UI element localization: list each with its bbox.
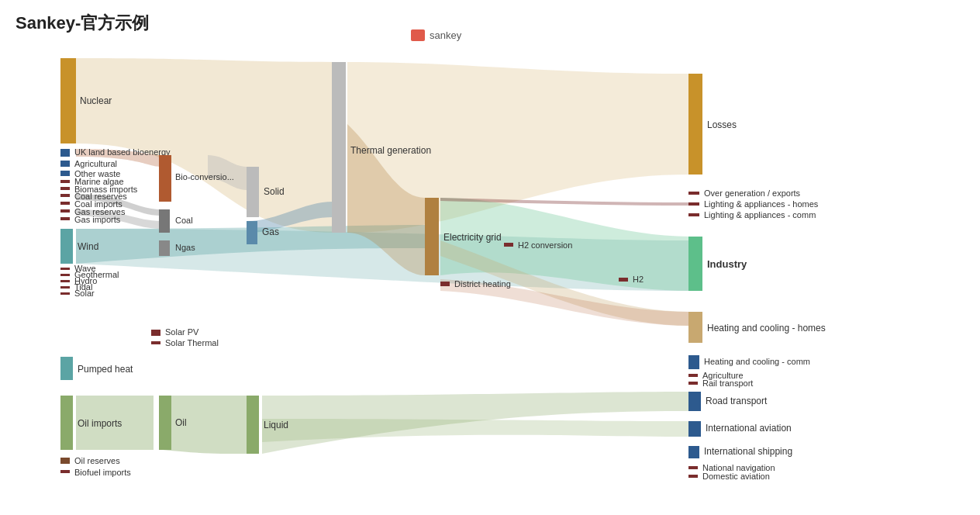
label-h2: H2 xyxy=(633,275,644,284)
label-intl-shipping: International shipping xyxy=(704,446,792,457)
label-thermal-generation: Thermal generation xyxy=(350,145,431,156)
label-wind: Wind xyxy=(78,241,98,252)
node-thermal-generation xyxy=(332,62,346,233)
legend-text: sankey xyxy=(430,29,461,41)
node-nuclear xyxy=(60,58,76,143)
sankey-chart: Nuclear UK land based bioenergy Agricult… xyxy=(0,0,980,515)
node-other-waste xyxy=(60,171,70,176)
node-agricultural xyxy=(60,161,70,167)
label-coal-mid: Coal xyxy=(175,216,193,225)
node-marine-algae xyxy=(60,180,70,183)
label-bio-conversion: Bio-conversio... xyxy=(175,172,234,181)
label-solar-thermal: Solar Thermal xyxy=(165,338,219,347)
node-geothermal xyxy=(60,274,70,276)
legend-color-box xyxy=(411,30,425,41)
label-oil-reserves: Oil reserves xyxy=(74,456,120,465)
node-agriculture xyxy=(688,374,698,377)
label-over-gen: Over generation / exports xyxy=(704,188,801,198)
label-solar: Solar xyxy=(74,289,95,298)
label-lighting-comm: Lighting & appliances - comm xyxy=(704,210,816,219)
label-oil-mid: Oil xyxy=(175,417,187,428)
node-uk-bioenergy xyxy=(60,149,70,157)
label-uk-bioenergy: UK land based bioenergy xyxy=(74,147,171,157)
label-heating-homes: Heating and cooling - homes xyxy=(707,323,826,334)
node-electricity-grid xyxy=(425,198,439,275)
node-wave xyxy=(60,268,70,270)
node-biomass-imports xyxy=(60,187,70,190)
node-dom-aviation xyxy=(688,475,698,478)
node-solar-pv xyxy=(151,330,160,336)
node-intl-shipping xyxy=(688,446,699,458)
label-industry: Industry xyxy=(707,258,747,270)
label-biofuel-imports: Biofuel imports xyxy=(74,468,131,477)
node-ngas xyxy=(159,240,170,256)
node-bio-conversion xyxy=(159,155,171,202)
node-biofuel-imports xyxy=(60,470,70,473)
node-h2 xyxy=(619,278,628,282)
label-h2-conversion: H2 conversion xyxy=(518,240,572,250)
node-over-gen xyxy=(688,192,699,195)
label-gas-imports: Gas imports xyxy=(74,215,121,224)
label-gas-mid2: Gas xyxy=(262,226,279,237)
node-rail xyxy=(688,382,698,385)
label-ngas: Ngas xyxy=(175,243,195,252)
label-dom-aviation: Domestic aviation xyxy=(702,472,770,481)
node-coal-imports xyxy=(60,202,70,205)
legend-overlay: sankey xyxy=(411,29,461,41)
node-gas-reserves xyxy=(60,209,70,213)
label-district-heating: District heating xyxy=(454,279,511,289)
node-losses xyxy=(688,74,702,175)
node-oil-imports xyxy=(60,396,73,450)
node-intl-aviation xyxy=(688,421,701,437)
node-coal-reserves xyxy=(60,194,70,197)
node-oil-mid xyxy=(159,396,171,450)
node-oil-reserves xyxy=(60,458,70,464)
node-solar xyxy=(60,292,70,295)
label-losses: Losses xyxy=(707,119,737,130)
label-heating-comm: Heating and cooling - comm xyxy=(704,357,810,366)
node-liquid xyxy=(247,396,259,454)
node-heating-homes xyxy=(688,312,702,343)
page-title-overlay: Sankey-官方示例 xyxy=(16,12,149,35)
label-rail: Rail transport xyxy=(702,378,753,388)
node-hydro xyxy=(60,280,70,282)
node-wind xyxy=(60,229,73,264)
label-agricultural: Agricultural xyxy=(74,159,117,168)
node-gas-imports xyxy=(60,217,70,220)
node-lighting-comm xyxy=(688,213,699,216)
label-liquid: Liquid xyxy=(264,420,288,430)
node-natl-nav xyxy=(688,466,698,469)
label-pumped-heat: Pumped heat xyxy=(78,364,133,375)
node-solar-thermal xyxy=(151,341,160,344)
label-electricity-grid: Electricity grid xyxy=(443,232,502,243)
node-tidal xyxy=(60,286,70,289)
node-coal-mid xyxy=(159,209,170,233)
label-lighting-homes: Lighting & appliances - homes xyxy=(704,199,819,209)
label-solar-pv: Solar PV xyxy=(165,327,199,337)
node-road xyxy=(688,392,701,411)
node-h2-conversion xyxy=(504,243,513,247)
node-district-heating xyxy=(440,282,450,286)
flow-liquid-aviation xyxy=(262,419,690,442)
label-road: Road transport xyxy=(706,396,768,406)
node-solid xyxy=(247,167,259,217)
node-heating-comm xyxy=(688,355,699,369)
label-intl-aviation: International aviation xyxy=(706,423,792,434)
node-industry xyxy=(688,237,702,291)
node-lighting-homes xyxy=(688,202,699,206)
label-solid: Solid xyxy=(264,186,285,197)
label-oil-imports: Oil imports xyxy=(78,418,122,429)
label-nuclear: Nuclear xyxy=(80,95,112,106)
node-pumped-heat xyxy=(60,357,73,380)
node-gas-mid2 xyxy=(247,221,257,244)
